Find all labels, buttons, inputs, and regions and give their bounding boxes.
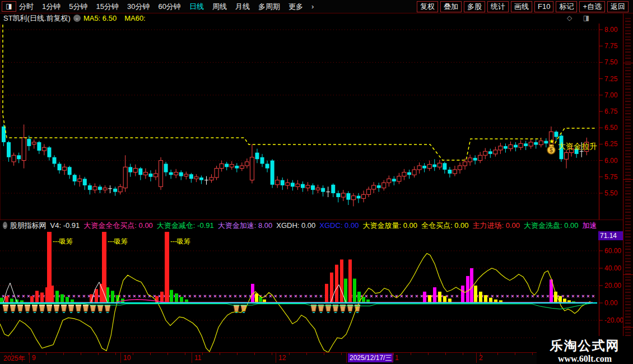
indicator-field: 主力进场: 0.00 xyxy=(472,221,520,230)
indicator-field: 大资金减仓: -0.91 xyxy=(157,221,214,230)
toolbar-buttons: 复权叠加多股统计画线F10标记+自选返回 xyxy=(417,1,629,12)
indicator-panel[interactable]: 60.0040.0020.000.00-20.00×××××××××××××××… xyxy=(0,231,623,352)
svg-text:×: × xyxy=(133,293,136,299)
svg-text:60.00: 60.00 xyxy=(604,247,621,255)
svg-text:×: × xyxy=(198,293,201,299)
indicator-field: 股朋指标网 xyxy=(10,221,46,230)
right-sidebar-strip[interactable] xyxy=(623,13,633,364)
period-item-分时[interactable]: 分时 xyxy=(19,2,34,12)
svg-text:×: × xyxy=(506,293,509,299)
svg-text:×: × xyxy=(319,293,322,299)
svg-text:$: $ xyxy=(550,147,553,153)
period-item-5分钟[interactable]: 5分钟 xyxy=(69,2,87,12)
svg-text:×: × xyxy=(410,293,413,299)
chip-basket-icon xyxy=(3,305,8,311)
watermark-url: www.60lt.com xyxy=(537,354,633,363)
main-candle-chart[interactable]: 8.007.757.507.257.006.756.506.256.005.75… xyxy=(0,24,623,220)
svg-text:7.50: 7.50 xyxy=(604,58,618,66)
toolbar-button-+自选[interactable]: +自选 xyxy=(579,1,605,12)
stock-app-window: ◨ 分时1分钟5分钟15分钟30分钟60分钟日线周线月线多周期更多› 复权叠加多… xyxy=(0,0,633,364)
svg-text:×: × xyxy=(521,293,524,299)
svg-text:40.00: 40.00 xyxy=(604,264,621,272)
toolbar-button-统计[interactable]: 统计 xyxy=(487,1,509,12)
period-item-›[interactable]: › xyxy=(311,2,314,11)
period-item-月线[interactable]: 月线 xyxy=(235,2,250,12)
split-window-icon[interactable]: ◨ xyxy=(2,1,16,12)
svg-text:6.00: 6.00 xyxy=(604,157,618,165)
period-item-更多[interactable]: 更多 xyxy=(288,2,303,12)
year-label: 2025年 xyxy=(3,354,25,363)
svg-text:×: × xyxy=(279,293,282,299)
svg-text:×: × xyxy=(27,293,30,299)
svg-text:×: × xyxy=(450,293,453,299)
svg-text:×: × xyxy=(289,293,292,299)
toolbar-button-多股[interactable]: 多股 xyxy=(464,1,485,12)
svg-text:×: × xyxy=(385,293,388,299)
toolbar-button-返回[interactable]: 返回 xyxy=(607,1,629,12)
indicator-field: 大资金加速: 8.00 xyxy=(218,221,273,230)
svg-text:×: × xyxy=(455,293,458,299)
chip-basket-icon xyxy=(90,305,96,311)
svg-text:×: × xyxy=(526,293,529,299)
svg-text:×: × xyxy=(72,293,75,299)
accumulation-label: ---吸筹 xyxy=(108,237,128,245)
svg-text:×: × xyxy=(193,293,196,299)
svg-text:×: × xyxy=(294,293,297,299)
indicator-dropdown-icon[interactable]: ⌄ xyxy=(3,222,7,229)
svg-text:7.75: 7.75 xyxy=(604,42,618,50)
svg-text:6.75: 6.75 xyxy=(604,108,618,115)
corner-icons[interactable]: ◇ ◨ xyxy=(567,14,594,22)
svg-text:×: × xyxy=(143,293,146,299)
ma60-value: MA60: xyxy=(124,14,146,22)
chip-basket-icon xyxy=(97,305,103,311)
month-label: 12 xyxy=(278,354,286,362)
chip-basket-icon xyxy=(17,305,23,311)
period-item-多周期[interactable]: 多周期 xyxy=(258,2,280,12)
period-item-日线[interactable]: 日线 xyxy=(189,2,204,12)
svg-text:×: × xyxy=(546,293,549,299)
svg-text:×: × xyxy=(234,293,236,299)
toolbar-button-复权[interactable]: 复权 xyxy=(417,1,438,12)
svg-text:×: × xyxy=(218,293,221,299)
indicator-field: V4: -0.91 xyxy=(50,221,80,230)
svg-text:×: × xyxy=(224,293,226,299)
svg-text:×: × xyxy=(239,293,241,299)
chip-basket-icon xyxy=(32,305,38,311)
svg-text:×: × xyxy=(592,293,594,299)
period-item-60分钟[interactable]: 60分钟 xyxy=(158,2,180,12)
indicator-field: 加速见顶: 0.00 xyxy=(583,221,597,230)
svg-text:×: × xyxy=(138,293,141,299)
chip-basket-icon xyxy=(105,305,110,311)
svg-text:8.00: 8.00 xyxy=(604,26,618,34)
signal-star-icon: ★ xyxy=(549,138,555,144)
accumulation-spike xyxy=(102,232,106,303)
svg-text:×: × xyxy=(536,293,539,299)
panel-divider xyxy=(0,220,623,220)
period-item-周线[interactable]: 周线 xyxy=(212,2,227,12)
chevron-down-icon[interactable]: ⌄ xyxy=(73,15,81,22)
svg-text:×: × xyxy=(77,293,80,299)
period-item-1分钟[interactable]: 1分钟 xyxy=(42,2,60,12)
period-item-30分钟[interactable]: 30分钟 xyxy=(127,2,150,12)
svg-text:×: × xyxy=(244,293,246,299)
accumulation-spike xyxy=(47,232,52,303)
svg-text:×: × xyxy=(213,293,216,299)
period-item-15分钟[interactable]: 15分钟 xyxy=(96,2,118,12)
toolbar-button-标记[interactable]: 标记 xyxy=(556,1,577,12)
toolbar-button-画线[interactable]: 画线 xyxy=(511,1,532,12)
chip-basket-icon xyxy=(25,305,30,311)
toolbar-button-叠加[interactable]: 叠加 xyxy=(440,1,462,12)
svg-text:×: × xyxy=(123,293,125,299)
indicator-field: 全仓买点: 0.00 xyxy=(421,221,469,230)
chip-basket-icon xyxy=(333,305,338,311)
svg-text:×: × xyxy=(183,293,186,299)
month-label: 10 xyxy=(123,354,131,362)
cursor-date-badge: 2025/12/17/三 xyxy=(348,353,393,362)
svg-text:×: × xyxy=(420,293,423,299)
watermark-site-name: 乐淘公式网 xyxy=(537,337,633,354)
svg-text:×: × xyxy=(375,293,378,299)
date-axis: 2025年 2025/12/17/三 910111212 xyxy=(0,352,623,364)
toolbar-button-F10[interactable]: F10 xyxy=(534,1,553,12)
chip-basket-icon xyxy=(68,305,74,311)
accumulation-label: ---吸筹 xyxy=(53,237,73,245)
